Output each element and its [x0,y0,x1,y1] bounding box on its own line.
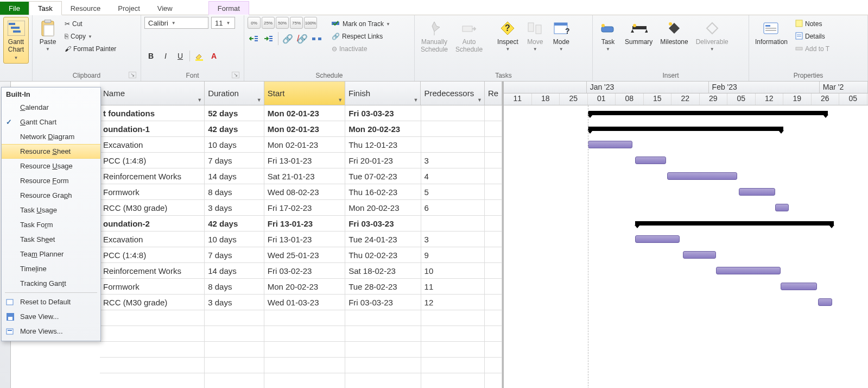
table-row[interactable]: Reinforcement Works14 daysFri 03-02-23Sa… [100,263,502,279]
insert-summary-button[interactable]: Summary [622,17,655,47]
cell[interactable]: 9 [421,247,485,262]
fill-color-button[interactable] [193,49,206,62]
cell[interactable] [205,310,264,326]
table-row[interactable]: PCC (1:4:8)7 daysFri 13-01-23Fri 20-01-2… [100,153,502,168]
font-size-combo[interactable]: 11 ▼ [211,17,235,29]
view-menu-item[interactable]: Task Sheet [2,232,100,247]
cell[interactable]: Fri 03-03-23 [345,295,421,310]
task-bar[interactable] [588,141,632,148]
summary-bar[interactable] [635,221,834,226]
cell[interactable]: t foundations [100,105,205,121]
cell[interactable] [485,105,502,121]
cell[interactable]: Mon 20-02-23 [345,200,421,215]
col-name[interactable]: Name▼ [100,82,205,105]
table-row[interactable] [100,342,502,358]
cell[interactable]: Excavation [100,137,205,152]
table-row[interactable]: oundation-242 daysFri 13-01-23Fri 03-03-… [100,216,502,231]
cell[interactable]: Sat 18-02-23 [345,263,421,278]
view-menu-save-view[interactable]: Save View... [2,309,100,324]
cell[interactable]: 10 [421,263,485,278]
cell[interactable] [421,121,485,136]
summary-bar[interactable] [588,127,784,131]
cell[interactable] [345,358,421,373]
col-start[interactable]: Start▼ [264,82,345,105]
cell[interactable]: 7 days [205,153,264,168]
cell[interactable] [345,326,421,341]
format-painter-button[interactable]: 🖌 Format Painter [62,43,119,55]
cell[interactable] [100,326,205,341]
cell[interactable] [345,373,421,388]
cell[interactable]: 8 days [205,279,264,294]
cell[interactable] [485,231,502,247]
cell[interactable]: Thu 02-02-23 [345,247,421,262]
cell[interactable]: 3 [421,231,485,247]
cell[interactable] [421,373,485,388]
cell[interactable]: Tue 28-02-23 [345,279,421,294]
cell[interactable] [345,310,421,326]
cell[interactable] [205,373,264,388]
cell[interactable] [485,358,502,373]
cell[interactable] [485,121,502,136]
cell[interactable]: Mon 02-01-23 [264,137,345,152]
tab-view[interactable]: View [149,2,181,15]
view-menu-item[interactable]: ✓Gantt Chart [2,115,100,129]
cell[interactable] [485,263,502,278]
table-row[interactable] [100,326,502,342]
cut-button[interactable]: ✂ Cut [62,18,119,30]
table-row[interactable]: RCC (M30 grade)3 daysFri 17-02-23Mon 20-… [100,200,502,216]
table-row[interactable]: Excavation10 daysMon 02-01-23Thu 12-01-2… [100,137,502,153]
cell[interactable] [100,358,205,373]
cell[interactable]: 3 days [205,295,264,310]
cell[interactable]: 42 days [205,216,264,231]
cell[interactable] [421,326,485,341]
cell[interactable]: 14 days [205,168,264,184]
col-resource[interactable]: Re [485,82,502,105]
task-bar[interactable] [739,188,775,196]
cell[interactable]: 52 days [205,105,264,121]
tab-task[interactable]: Task [29,1,62,15]
cell[interactable] [421,105,485,121]
cell[interactable]: Mon 02-01-23 [264,105,345,121]
cell[interactable]: Fri 20-01-23 [345,153,421,168]
copy-button[interactable]: ⎘ Copy ▼ [62,30,119,42]
tab-format[interactable]: Format [208,1,249,15]
tab-file[interactable]: File [0,2,29,15]
cell[interactable]: Mon 20-02-23 [264,279,345,294]
cell[interactable]: Fri 17-02-23 [264,200,345,215]
mark-on-track-button[interactable]: Mark on Track ▼ [329,18,393,30]
cell[interactable] [485,200,502,215]
cell[interactable] [421,358,485,373]
cell[interactable]: oundation-1 [100,121,205,136]
cell[interactable]: Tue 07-02-23 [345,168,421,184]
cell[interactable] [485,279,502,294]
cell[interactable] [485,295,502,310]
cell[interactable]: Tue 24-01-23 [345,231,421,247]
cell[interactable]: 3 days [205,200,264,215]
gantt-chart[interactable]: Jan '23Feb '23Mar '2 1118250108152229051… [504,82,868,388]
task-bar[interactable] [716,267,780,274]
view-menu-item[interactable]: Calendar [2,100,100,115]
cell[interactable] [485,310,502,326]
cell[interactable] [205,358,264,373]
cell[interactable] [205,342,264,357]
italic-button[interactable]: I [159,49,172,62]
cell[interactable] [485,216,502,231]
font-name-combo[interactable]: Calibri ▼ [144,17,208,29]
details-button[interactable]: Details [793,30,832,42]
table-row[interactable]: Reinforcement Works14 daysSat 21-01-23Tu… [100,168,502,184]
mode-button[interactable]: ? Mode▼ [549,17,573,53]
cell[interactable]: 10 days [205,231,264,247]
tab-project[interactable]: Project [109,2,148,15]
cell[interactable]: Formwork [100,279,205,294]
col-finish[interactable]: Finish▼ [345,82,421,105]
cell[interactable]: 6 [421,200,485,215]
dialog-launcher-icon[interactable]: ↘ [129,72,136,78]
cell[interactable] [485,153,502,168]
cell[interactable] [264,358,345,373]
task-bar[interactable] [667,172,737,180]
pct-75[interactable]: 75% [290,17,303,29]
cell[interactable] [485,247,502,262]
view-menu-item[interactable]: Resource Form [2,173,100,188]
pct-25[interactable]: 25% [262,17,275,29]
cell[interactable]: 5 [421,184,485,199]
